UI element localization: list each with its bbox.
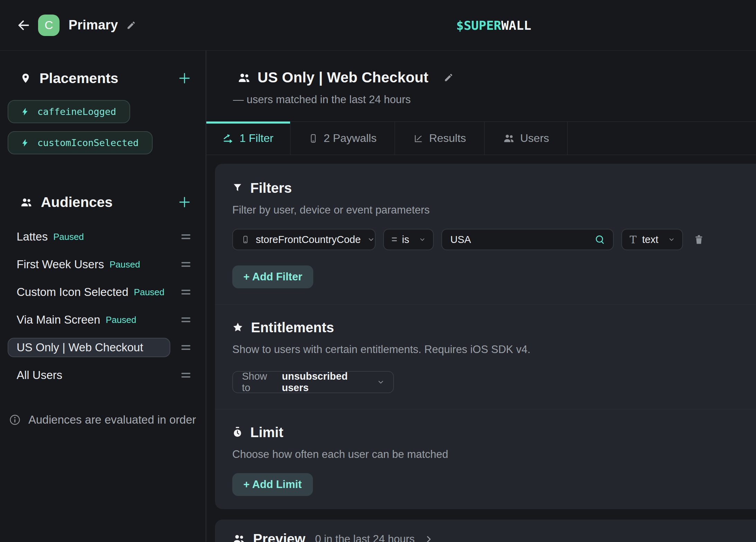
chevron-down-icon — [377, 378, 385, 386]
preview-header[interactable]: Preview 0 in the last 24 hours — [232, 531, 756, 542]
add-placement-button[interactable] — [178, 72, 191, 85]
placement-chip[interactable]: caffeineLogged — [8, 100, 130, 123]
equals-icon: = — [392, 234, 397, 245]
filter-value-field[interactable] — [441, 229, 614, 250]
audience-item[interactable]: Custom Icon Selected Paused — [8, 282, 170, 302]
drag-handle-icon[interactable] — [181, 317, 190, 322]
preview-title: Preview — [253, 531, 305, 542]
logo-white-part: WALL — [501, 18, 531, 32]
superwall-app: C Primary $SUPERWALL Placements — [0, 0, 756, 542]
top-bar: C Primary $SUPERWALL — [0, 0, 756, 51]
audience-settings-card: Filters Filter by user, device or event … — [215, 164, 756, 509]
people-icon — [503, 133, 515, 144]
audience-name: Via Main Screen — [17, 313, 100, 326]
delete-filter-icon[interactable] — [693, 233, 705, 246]
tab-filter[interactable]: 1 Filter — [206, 122, 290, 155]
footnote-text: Audiences are evaluated in order — [28, 413, 196, 426]
preview-meta: 0 in the last 24 hours — [315, 533, 415, 542]
project-name: Primary — [69, 18, 118, 33]
limit-subtitle: Choose how often each user can be matche… — [232, 448, 746, 461]
audience-row-via-main-screen: Via Main Screen Paused — [0, 306, 206, 334]
operator-dropdown[interactable]: = is — [383, 229, 434, 250]
people-icon — [20, 197, 33, 208]
audience-row-lattes: Lattes Paused — [0, 223, 206, 251]
limit-section: Limit Choose how often each user can be … — [215, 409, 756, 512]
add-audience-button[interactable] — [178, 196, 191, 209]
tab-users[interactable]: Users — [485, 122, 568, 155]
audiences-section-header: Audiences — [0, 193, 206, 211]
chevron-down-icon — [418, 236, 426, 243]
drag-handle-icon[interactable] — [181, 234, 190, 239]
tab-label: 2 Paywalls — [324, 132, 377, 145]
add-filter-button[interactable]: + Add Filter — [232, 265, 313, 288]
text-type-icon: T — [630, 234, 637, 246]
matched-users-subtitle: — users matched in the last 24 hours — [233, 93, 453, 106]
limit-title: Limit — [250, 425, 284, 440]
tab-bar: 1 Filter 2 Paywalls Results — [206, 121, 756, 155]
show-to-dropdown[interactable]: Show to unsubscribed users — [232, 371, 394, 393]
placement-chip[interactable]: customIconSelected — [8, 131, 153, 154]
main-panel: US Only | Web Checkout — users matched i… — [206, 51, 756, 542]
chevron-down-icon — [367, 235, 375, 244]
audience-row-custom-icon-selected: Custom Icon Selected Paused — [0, 278, 206, 306]
audiences-title: Audiences — [41, 194, 112, 210]
tab-label: 1 Filter — [240, 132, 273, 145]
people-icon — [237, 72, 251, 84]
operator-value: is — [402, 234, 409, 245]
audience-header: US Only | Web Checkout — users matched i… — [233, 69, 453, 106]
superwall-logo: $SUPERWALL — [456, 18, 531, 32]
property-value: storeFrontCountryCode — [256, 234, 361, 245]
drag-handle-icon[interactable] — [181, 262, 190, 267]
sidebar: Placements caffeineLogged customIconSel — [0, 51, 206, 542]
paused-badge: Paused — [109, 259, 140, 270]
placements-section-header: Placements — [0, 69, 206, 87]
tab-results[interactable]: Results — [395, 122, 485, 155]
audience-item[interactable]: First Week Users Paused — [8, 255, 170, 274]
location-pin-icon — [20, 73, 31, 84]
audience-item[interactable]: All Users — [8, 365, 170, 385]
audience-name: Lattes — [17, 230, 48, 243]
audience-list: Lattes Paused First Week Users Paused Cu… — [0, 223, 206, 389]
filters-title: Filters — [250, 180, 292, 196]
type-dropdown[interactable]: T text — [621, 229, 683, 250]
edit-project-name-icon[interactable] — [126, 20, 136, 30]
chevron-down-icon — [668, 236, 675, 243]
audience-row-first-week-users: First Week Users Paused — [0, 251, 206, 278]
star-icon — [232, 322, 243, 333]
phone-icon — [241, 234, 250, 245]
stopwatch-icon — [232, 426, 243, 438]
tab-paywalls[interactable]: 2 Paywalls — [290, 122, 395, 155]
audiences-footnote: Audiences are evaluated in order — [9, 413, 196, 426]
project-avatar[interactable]: C — [38, 15, 60, 36]
edit-audience-name-icon[interactable] — [444, 73, 453, 82]
funnel-icon — [232, 182, 243, 193]
audience-item[interactable]: Lattes Paused — [8, 227, 170, 246]
tab-label: Users — [520, 132, 549, 145]
chart-icon — [413, 134, 424, 143]
phone-icon — [308, 133, 318, 144]
page-title: US Only | Web Checkout — [258, 69, 429, 86]
show-to-value: unsubscribed users — [282, 371, 370, 394]
placement-name: caffeineLogged — [37, 106, 116, 117]
audience-row-all-users: All Users — [0, 361, 206, 389]
search-icon — [594, 234, 605, 245]
drag-handle-icon[interactable] — [181, 373, 190, 378]
property-dropdown[interactable]: storeFrontCountryCode — [232, 229, 376, 250]
back-icon[interactable] — [16, 18, 31, 33]
entitlements-section: Entitlements Show to users with certain … — [215, 305, 756, 409]
filter-value-input[interactable] — [450, 234, 589, 245]
add-limit-button[interactable]: + Add Limit — [232, 473, 313, 496]
audience-name: US Only | Web Checkout — [17, 341, 143, 354]
filters-subtitle: Filter by user, device or event paramete… — [232, 204, 746, 216]
audience-item-selected[interactable]: US Only | Web Checkout — [8, 338, 170, 357]
audience-item[interactable]: Via Main Screen Paused — [8, 310, 170, 329]
audience-name: Custom Icon Selected — [17, 286, 128, 299]
type-value: text — [642, 234, 658, 245]
drag-handle-icon[interactable] — [181, 345, 190, 350]
logo-teal-part: $SUPER — [456, 18, 501, 32]
chevron-right-icon — [424, 534, 433, 542]
placement-list: caffeineLogged customIconSelected — [8, 100, 206, 154]
drag-handle-icon[interactable] — [181, 290, 190, 295]
show-to-label: Show to — [242, 371, 276, 394]
paused-badge: Paused — [134, 287, 164, 298]
